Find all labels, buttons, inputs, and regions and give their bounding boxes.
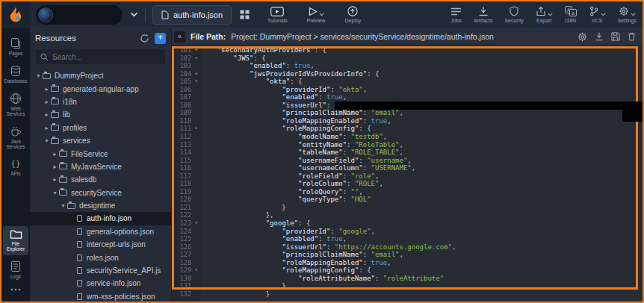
code-token [201, 235, 282, 243]
chevron-right-icon[interactable]: ▸ [43, 125, 51, 131]
chevron-right-icon[interactable]: ▸ [51, 176, 59, 183]
code-token: "usernameField" [298, 157, 359, 165]
code-token [201, 93, 282, 101]
sidebar-item-databases[interactable]: Databases [3, 62, 28, 87]
line-number: 116 [172, 164, 191, 172]
deploy-button[interactable]: Deploy [345, 6, 362, 23]
i18n-button[interactable]: Aa I18N [565, 6, 577, 23]
code-area[interactable]: 101▾ "secondaryAuthProviders": {102▾ "JW… [172, 46, 643, 302]
code-token: } [201, 282, 286, 290]
chevron-down-icon[interactable]: ▾ [34, 72, 43, 79]
fold-icon[interactable]: ▾ [191, 46, 201, 54]
tree-item-file[interactable]: roles.json [30, 251, 171, 263]
export-chevron-down-icon[interactable] [548, 13, 553, 16]
chevron-down-icon[interactable]: ▾ [59, 202, 67, 209]
download-file-icon[interactable] [595, 32, 604, 41]
fold-icon[interactable]: ▾ [191, 78, 201, 86]
line-number: 112 [172, 133, 191, 141]
fold-icon[interactable]: ▾ [191, 54, 201, 63]
tree-item-file[interactable]: wm-xss-policies.json [30, 290, 171, 302]
fold-icon[interactable]: ▾ [191, 70, 201, 78]
code-token [201, 196, 298, 204]
collapse-sidebar-icon[interactable]: « [174, 31, 185, 43]
chevron-down-icon[interactable]: ▾ [43, 137, 51, 144]
tree-item-folder[interactable]: ▾securityService [30, 187, 171, 199]
project-selector[interactable] [36, 5, 123, 25]
chevron-down-icon[interactable]: ▾ [51, 190, 59, 196]
tree-item-folder[interactable]: ▸MyJavaService [30, 160, 171, 173]
tree-item-folder[interactable]: ▾designtime [30, 199, 171, 212]
project-chevron-down-icon[interactable] [130, 12, 138, 17]
code-token [201, 259, 282, 267]
code-line: 110 "roleMappingEnabled": true, [172, 117, 643, 125]
activity-bar: Pages Databases Web Services Java Servic… [1, 28, 30, 302]
save-file-icon[interactable] [611, 32, 620, 41]
resources-tree: ▾DummyProject▸generated-angular-app▸i18n… [30, 69, 171, 302]
tree-item-folder[interactable]: ▸generated-angular-app [30, 82, 171, 95]
preview-chevron-down-icon[interactable] [319, 13, 324, 16]
tree-item-label: roles.json [87, 254, 119, 262]
fold-icon[interactable]: ▾ [191, 266, 201, 275]
security-button[interactable]: Security [504, 6, 523, 23]
tree-item-folder[interactable]: ▸i18n [30, 96, 171, 108]
app-logo[interactable] [1, 1, 30, 28]
settings-chevron-down-icon[interactable] [631, 13, 636, 16]
chevron-right-icon[interactable]: ▸ [51, 163, 59, 170]
chevron-right-icon[interactable]: ▸ [43, 111, 51, 118]
tree-item-folder[interactable]: ▾DummyProject [30, 69, 171, 82]
code-token: "JWS" [233, 54, 253, 63]
tree-item-label: intercept-urls.json [87, 240, 146, 249]
fold-icon[interactable]: ▾ [191, 219, 201, 228]
jobs-label: Jobs [451, 18, 462, 23]
sidebar-item-label: Logs [10, 274, 21, 279]
search-input[interactable] [52, 53, 161, 61]
chevron-right-icon[interactable]: ▸ [43, 99, 51, 105]
sidebar-item-java-services[interactable]: Java Services [3, 122, 28, 153]
sidebar-item-web-services[interactable]: Web Services [3, 90, 28, 120]
code-token: "username" [367, 157, 407, 165]
code-token [201, 157, 298, 165]
add-resource-button[interactable]: + [155, 33, 166, 44]
tutorials-button[interactable]: Tutorials [267, 7, 288, 23]
tree-item-folder[interactable]: ▸profiles [30, 122, 171, 134]
tree-item-file[interactable]: intercept-urls.json [30, 238, 171, 251]
tree-item-file[interactable]: securityService_API.js [30, 264, 171, 277]
file-path-label: File Path: [191, 32, 226, 41]
sidebar-item-pages[interactable]: Pages [3, 34, 28, 60]
tree-item-label: service-info.json [87, 279, 140, 287]
grid-icon[interactable] [240, 10, 250, 19]
chevron-right-icon[interactable]: ▸ [51, 151, 59, 157]
tab-auth-info-json[interactable]: auth-info.json [152, 5, 232, 25]
sidebar-item-more[interactable] [3, 285, 28, 295]
editor-settings-gear-icon[interactable] [578, 32, 587, 42]
tree-item-label: auth-info.json [87, 214, 131, 222]
sidebar-item-logs[interactable]: Logs [3, 257, 28, 283]
vcs-button[interactable]: VCS [589, 6, 606, 23]
jobs-button[interactable]: Jobs [451, 7, 462, 23]
preview-button[interactable]: Preview [307, 7, 326, 23]
file-icon [77, 280, 82, 287]
tree-item-file[interactable]: service-info.json [30, 277, 171, 290]
vcs-chevron-down-icon[interactable] [601, 13, 606, 16]
tree-item-folder[interactable]: ▸salesdb [30, 173, 171, 186]
tree-item-folder[interactable]: ▾services [30, 134, 171, 147]
code-token: "google" [266, 219, 298, 228]
tree-item-file[interactable]: auth-info.json [30, 212, 171, 225]
search-box[interactable] [36, 49, 165, 64]
tree-item-folder[interactable]: ▸lib [30, 108, 171, 121]
refresh-icon[interactable] [140, 34, 149, 43]
settings-button[interactable]: Settings [618, 6, 637, 23]
tree-item-folder[interactable]: ▸FileService [30, 147, 171, 160]
sidebar-item-apis[interactable]: {} APIs [3, 155, 28, 180]
fold-icon[interactable]: ▾ [191, 125, 201, 133]
code-token: "email" [371, 251, 400, 259]
code-token: : [318, 235, 326, 243]
deploy-icon [347, 6, 358, 16]
export-button[interactable]: Export [536, 6, 553, 23]
tree-item-file[interactable]: general-options.json [30, 225, 171, 238]
delete-file-icon[interactable] [628, 32, 636, 41]
artifacts-button[interactable]: Artifacts [474, 6, 492, 23]
sidebar-item-file-explorer[interactable]: File Explorer [3, 226, 28, 255]
code-token: "queryType" [298, 196, 343, 204]
chevron-right-icon[interactable]: ▸ [43, 86, 51, 93]
